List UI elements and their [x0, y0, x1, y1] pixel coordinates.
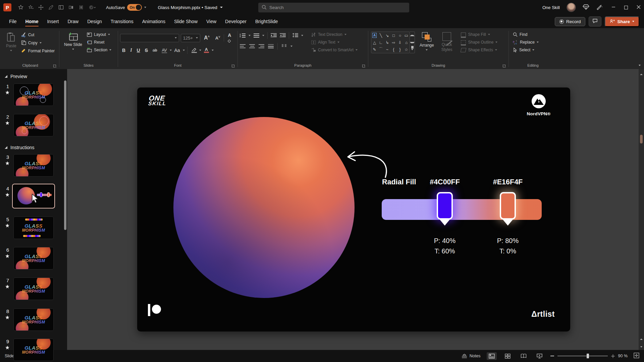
text-direction-button[interactable]: A Text Direction — [309, 31, 360, 38]
favorite-star-icon[interactable] — [18, 5, 23, 10]
animation-star-icon[interactable] — [4, 161, 11, 165]
shape-triangle[interactable]: △ — [371, 39, 378, 46]
columns-icon[interactable] — [281, 44, 287, 49]
replace-button[interactable]: bc Replace — [511, 39, 541, 46]
section-header-instructions[interactable]: Instructions — [5, 145, 35, 150]
font-color-button[interactable]: A — [202, 47, 211, 54]
shape-rectangle[interactable]: □ — [390, 32, 397, 39]
tab-brightslide[interactable]: BrightSlide — [251, 16, 282, 27]
search-input[interactable] — [269, 5, 406, 10]
italic-button[interactable]: I — [128, 47, 134, 54]
tab-design[interactable]: Design — [83, 16, 106, 27]
clear-formatting-button[interactable]: A — [226, 32, 235, 44]
shape-fill-button[interactable]: Shape Fill — [459, 31, 499, 38]
highlight-dropdown-icon[interactable] — [199, 50, 201, 51]
slide-sorter-view-button[interactable] — [503, 352, 513, 360]
section-button[interactable]: Section — [85, 46, 113, 54]
shape-textbox[interactable]: A — [372, 33, 377, 38]
arrange-button[interactable]: Arrange — [417, 30, 437, 53]
section-dropdown-icon[interactable] — [109, 49, 111, 51]
subscript-strike-button[interactable]: ab — [151, 47, 159, 54]
shape-elbow[interactable]: ∟ — [378, 39, 384, 46]
quick-styles-button[interactable]: QuickStyles — [439, 30, 455, 54]
font-name-combo[interactable] — [120, 34, 179, 42]
move-icon[interactable] — [38, 5, 44, 10]
animation-star-icon[interactable] — [4, 254, 11, 258]
animation-star-icon[interactable] — [4, 285, 11, 289]
font-size-dropdown-icon[interactable] — [196, 37, 198, 39]
cut-button[interactable]: Cut — [19, 31, 57, 39]
panel-layout-icon[interactable] — [58, 5, 64, 10]
restore-button[interactable] — [624, 6, 628, 9]
comments-button[interactable] — [589, 16, 601, 26]
align-left-icon[interactable] — [240, 44, 246, 48]
paste-dropdown-icon[interactable] — [10, 50, 12, 51]
reading-view-button[interactable] — [519, 352, 529, 360]
share-dropdown-icon[interactable] — [632, 21, 634, 22]
tab-home[interactable]: Home — [21, 16, 43, 27]
distribute-icon[interactable] — [78, 5, 84, 10]
powerpoint-app-icon[interactable]: P — [3, 3, 11, 11]
shape-elbow-arrow[interactable]: ↳ — [384, 39, 390, 46]
gradient-sphere[interactable] — [173, 117, 355, 298]
shape-arrow-line[interactable]: ↘ — [384, 32, 390, 39]
paragraph-dialog-launcher[interactable] — [362, 64, 365, 67]
shape-star[interactable]: ☆ — [403, 46, 410, 53]
document-title[interactable]: Glass Morphism.pptx • Saved — [158, 5, 222, 10]
drawing-dialog-launcher[interactable] — [503, 64, 506, 67]
layout-button[interactable]: Layout — [85, 31, 113, 38]
gallery-more-icon[interactable] — [410, 46, 415, 53]
align-center-icon[interactable] — [249, 44, 255, 48]
shape-scribble[interactable]: ✎ — [371, 46, 378, 53]
slide-thumbnail-6[interactable]: GLASSMORPHISM — [13, 247, 54, 269]
animation-star-icon[interactable] — [4, 315, 11, 319]
shape-effects-button[interactable]: Shape Effects — [459, 46, 499, 54]
close-button[interactable] — [637, 5, 641, 10]
animation-star-icon[interactable] — [4, 90, 11, 95]
shape-line[interactable]: ╲ — [378, 32, 384, 39]
shrink-font-button[interactable]: A˅ — [213, 34, 222, 42]
slide-thumbnail-7[interactable]: GLASSMORPHISM — [13, 278, 54, 300]
slide-thumbnail-5[interactable]: GLASSMORPHISM — [13, 217, 54, 239]
new-slide-button[interactable]: New Slide — [61, 30, 85, 52]
vertical-scrollbar[interactable] — [639, 69, 644, 350]
new-slide-dropdown-icon[interactable] — [72, 49, 74, 50]
user-avatar[interactable] — [567, 3, 576, 12]
shape-freeform[interactable]: ⌂ — [403, 39, 410, 46]
stop2-hex-label[interactable]: #E16F4F — [493, 178, 523, 186]
grow-font-button[interactable]: A˄ — [202, 34, 212, 42]
tab-animations[interactable]: Animations — [138, 16, 170, 27]
fit-to-window-button[interactable] — [634, 353, 639, 359]
strikethrough-button[interactable]: S — [143, 47, 150, 54]
tab-insert[interactable]: Insert — [43, 16, 63, 27]
decrease-indent-icon[interactable] — [271, 33, 277, 38]
autosave-dropdown-icon[interactable] — [144, 7, 146, 8]
zoom-out-button[interactable] — [550, 356, 554, 356]
slide-thumbnail-3[interactable]: GLASSMORPHISM — [13, 154, 54, 177]
arrange-dropdown-icon[interactable] — [426, 49, 428, 51]
pen-icon[interactable] — [48, 5, 54, 10]
clipboard-dialog-launcher[interactable] — [53, 64, 56, 67]
copy-button[interactable]: Copy — [19, 39, 57, 47]
convert-smartart-button[interactable]: Convert to SmartArt — [309, 46, 360, 54]
layout-dropdown-icon[interactable] — [108, 34, 110, 35]
replace-dropdown-icon[interactable] — [537, 42, 539, 43]
copy-dropdown-icon[interactable] — [40, 42, 42, 44]
character-spacing-button[interactable]: AV — [160, 47, 169, 54]
thumbnail-scrollbar[interactable] — [64, 69, 67, 350]
zoom-in-button[interactable] — [611, 354, 615, 358]
shape-right-brace[interactable]: } — [397, 46, 403, 53]
share-button[interactable]: Share — [605, 16, 639, 27]
justify-icon[interactable] — [268, 44, 274, 48]
normal-view-button[interactable] — [487, 352, 497, 360]
align-right-icon[interactable] — [259, 44, 264, 48]
font-size-combo[interactable]: 125+ — [181, 34, 200, 42]
gradient-slider-bar[interactable] — [382, 199, 542, 220]
spacing-dropdown-icon[interactable] — [170, 50, 172, 51]
slide-thumbnail-1[interactable]: GLASSMORPHISM — [13, 83, 54, 106]
collapse-ribbon-icon[interactable] — [639, 62, 641, 67]
gradient-stop-1[interactable] — [437, 192, 453, 220]
bullets-icon[interactable] — [240, 34, 246, 38]
radial-fill-label[interactable]: Radial Fill — [382, 178, 416, 186]
slide-thumbnail-8[interactable]: GLASSMORPHISM — [13, 308, 54, 331]
